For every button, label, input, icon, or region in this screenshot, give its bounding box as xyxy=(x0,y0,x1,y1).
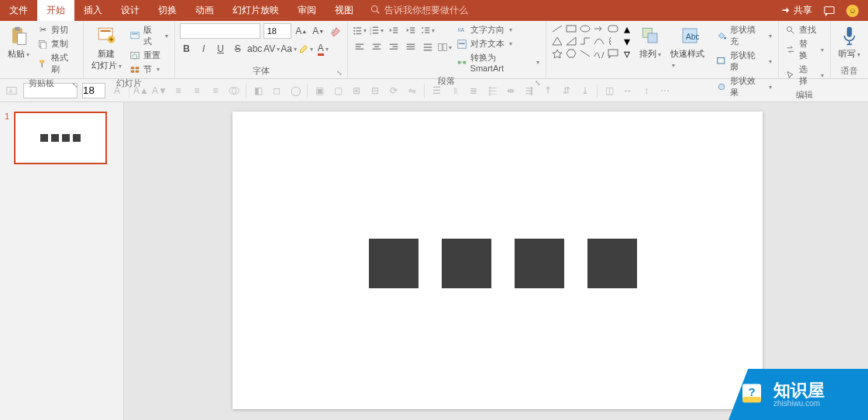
bullets-button[interactable] xyxy=(353,23,367,37)
shape-line-icon[interactable] xyxy=(551,23,563,34)
columns-button[interactable] xyxy=(438,40,452,54)
new-slide-button[interactable]: 新建 幻灯片 xyxy=(88,23,125,73)
font-color-button[interactable]: A xyxy=(316,42,330,56)
cut-button[interactable]: ✂剪切 xyxy=(36,23,78,36)
dialog-launcher-icon[interactable]: ⤡ xyxy=(72,81,78,89)
shape-hexagon-icon[interactable] xyxy=(565,48,577,59)
shape-effects-button[interactable]: 形状效果 xyxy=(715,74,773,99)
underline-button[interactable]: U xyxy=(214,42,228,56)
layout-button[interactable]: 版式 xyxy=(128,23,170,48)
shape-brace-icon[interactable] xyxy=(607,36,619,46)
tab-file[interactable]: 文件 xyxy=(0,0,37,21)
reset-button[interactable]: 重置 xyxy=(128,49,170,62)
qt-merge-icon[interactable] xyxy=(227,84,241,98)
shape-triangle-icon[interactable] xyxy=(551,36,563,46)
numbering-button[interactable]: 123 xyxy=(370,23,384,37)
increase-indent-button[interactable] xyxy=(404,23,418,37)
tab-insert[interactable]: 插入 xyxy=(74,0,112,21)
qt-align-right-icon[interactable]: ≡ xyxy=(208,84,222,98)
qt-align-center-icon[interactable]: ≡ xyxy=(190,84,204,98)
justify-button[interactable] xyxy=(404,40,418,54)
shape-rectangle-1[interactable] xyxy=(369,239,418,288)
shape-rect-icon[interactable] xyxy=(565,23,577,34)
qt-send-back-icon[interactable]: ▢ xyxy=(331,84,345,98)
section-button[interactable]: 节 xyxy=(128,63,170,76)
slide[interactable] xyxy=(232,112,763,409)
select-button[interactable]: 选择 xyxy=(784,63,825,88)
char-spacing-button[interactable]: AV xyxy=(265,42,279,56)
tab-review[interactable]: 审阅 xyxy=(288,0,326,21)
shape-arrow-icon[interactable] xyxy=(593,23,605,34)
shape-gallery-expand-icon[interactable]: ▿ xyxy=(621,48,633,59)
qt-fill-icon[interactable]: ◧ xyxy=(251,84,265,98)
font-size-input[interactable] xyxy=(264,23,291,39)
increase-font-icon[interactable]: A▲ xyxy=(294,24,308,38)
thumbnail-slide-1[interactable]: 1 xyxy=(0,112,123,164)
shape-rtriangle-icon[interactable] xyxy=(565,36,577,46)
tell-me-search[interactable]: 告诉我你想要做什么 xyxy=(363,0,476,21)
replace-button[interactable]: 替换 xyxy=(784,37,825,62)
quick-styles-button[interactable]: Abc 快速样式 xyxy=(667,23,712,71)
strikethrough-button[interactable]: S xyxy=(231,42,245,56)
feedback-icon[interactable] xyxy=(823,5,835,17)
shape-star-icon[interactable] xyxy=(551,48,563,59)
share-button[interactable]: 共享 xyxy=(780,5,812,17)
thumbnail-pane[interactable]: 1 xyxy=(0,102,124,420)
align-left-button[interactable] xyxy=(353,40,367,54)
shadow-button[interactable]: abc xyxy=(248,42,262,56)
clear-formatting-icon[interactable]: A xyxy=(329,24,343,38)
tab-slideshow[interactable]: 幻灯片放映 xyxy=(223,0,288,21)
tab-view[interactable]: 视图 xyxy=(326,0,363,21)
tab-design[interactable]: 设计 xyxy=(112,0,149,21)
dialog-launcher-icon[interactable]: ⤡ xyxy=(535,79,541,87)
line-spacing-button[interactable] xyxy=(421,23,435,37)
format-painter-button[interactable]: 格式刷 xyxy=(36,51,78,76)
search-icon xyxy=(370,5,380,16)
align-text-button[interactable]: 对齐文本 xyxy=(455,37,541,50)
qt-outline-icon[interactable]: ◻ xyxy=(270,84,284,98)
qt-align-left-icon[interactable]: ≡ xyxy=(171,84,185,98)
tab-animations[interactable]: 动画 xyxy=(186,0,223,21)
decrease-font-icon[interactable]: A▼ xyxy=(312,24,326,38)
paste-button[interactable]: 粘贴 xyxy=(5,23,33,61)
qt-effects-icon[interactable]: ◯ xyxy=(288,84,302,98)
shape-fill-button[interactable]: 形状填充 xyxy=(715,23,773,48)
text-direction-button[interactable]: IIA文字方向 xyxy=(455,23,541,36)
shape-callout-icon[interactable] xyxy=(607,48,619,59)
shape-rectangle-3[interactable] xyxy=(515,239,564,288)
shape-gallery[interactable]: ▴ ▾ ▿ xyxy=(551,23,633,59)
shape-curve-icon[interactable] xyxy=(593,36,605,46)
align-right-button[interactable] xyxy=(387,40,401,54)
qt-bring-front-icon[interactable]: ▣ xyxy=(312,84,326,98)
shape-rectangle-2[interactable] xyxy=(442,239,491,288)
font-name-input[interactable] xyxy=(180,23,260,39)
shape-oval-icon[interactable] xyxy=(579,23,591,34)
dictate-button[interactable]: 听写 xyxy=(835,23,863,61)
arrange-button[interactable]: 排列 xyxy=(636,23,664,61)
shape-line2-icon[interactable] xyxy=(579,48,591,59)
shape-rectangle-4[interactable] xyxy=(587,239,637,288)
align-center-button[interactable] xyxy=(370,40,384,54)
account-smiley-icon[interactable]: ☺ xyxy=(846,5,859,17)
thumbnail-preview[interactable] xyxy=(14,112,107,164)
tab-transitions[interactable]: 切换 xyxy=(149,0,186,21)
dialog-launcher-icon[interactable]: ⤡ xyxy=(336,69,343,77)
svg-point-75 xyxy=(787,26,792,31)
convert-smartart-button[interactable]: 转换为 SmartArt xyxy=(455,51,541,74)
tab-home[interactable]: 开始 xyxy=(37,0,74,21)
shape-more-down-icon[interactable]: ▾ xyxy=(621,36,633,46)
find-button[interactable]: 查找 xyxy=(784,23,825,36)
distribute-button[interactable] xyxy=(421,40,435,54)
bold-button[interactable]: B xyxy=(180,42,194,56)
shape-roundrect-icon[interactable] xyxy=(607,23,619,34)
italic-button[interactable]: I xyxy=(197,42,211,56)
shape-connector-icon[interactable] xyxy=(579,36,591,46)
font-highlight-button[interactable] xyxy=(299,42,313,56)
copy-button[interactable]: 复制 xyxy=(36,37,78,50)
svg-rect-47 xyxy=(392,46,398,48)
decrease-indent-button[interactable] xyxy=(387,23,401,37)
change-case-button[interactable]: Aa xyxy=(282,42,296,56)
shape-more-up-icon[interactable]: ▴ xyxy=(621,23,633,34)
shape-outline-button[interactable]: 形状轮廓 xyxy=(715,49,773,74)
shape-freeform-icon[interactable] xyxy=(593,48,605,59)
